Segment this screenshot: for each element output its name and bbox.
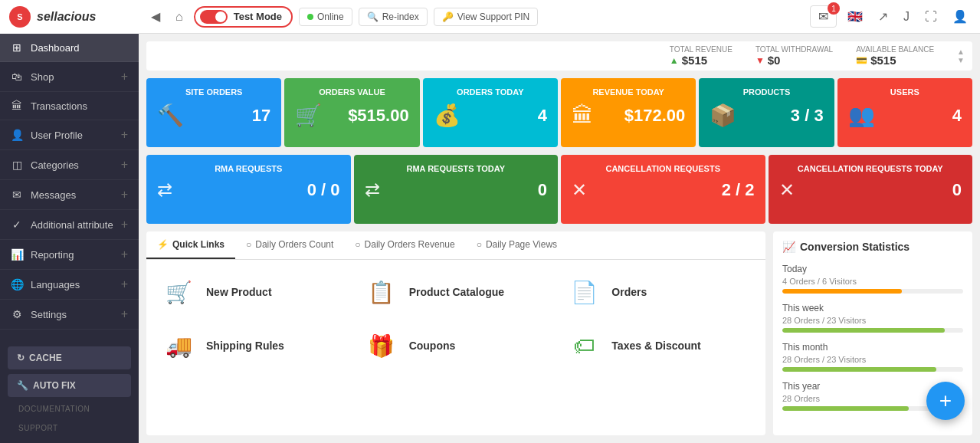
stat-card-orders-today[interactable]: ORDERS TODAY 💰 4 [423,78,558,147]
stat-card-cancellation-requests[interactable]: CANCELLATION REQUESTS ✕ 2 / 2 [561,155,765,224]
total-withdrawal-summary: TOTAL WITHDRAWAL ▼ $0 [755,45,833,67]
conversion-period: Today [782,264,963,274]
sidebar-icon-reporting: 📊 [11,248,23,261]
sidebar-label-user-profile: User Profile [31,130,83,141]
sidebar-item-additional-attribute[interactable]: ✓ Additional attribute + [0,210,139,240]
stat-card-products[interactable]: PRODUCTS 📦 3 / 3 [699,78,834,147]
fab-button[interactable]: + [926,382,965,420]
stat-card-revenue-today[interactable]: REVENUE TODAY 🏛 $172.00 [561,78,696,147]
cache-button[interactable]: ↻ CACHE [8,346,131,369]
bottom-section: ⚡ Quick Links ○ Daily Orders Count ○ Dai… [146,231,972,435]
auto-fix-button[interactable]: 🔧 AUTO FIX [8,374,131,397]
sidebar-item-reporting[interactable]: 📊 Reporting + [0,240,139,270]
stat-card-users[interactable]: USERS 👥 4 [837,78,972,147]
sidebar-item-shop[interactable]: 🛍 Shop + [0,62,139,92]
total-revenue-summary: TOTAL REVENUE ▲ $515 [670,45,733,67]
sidebar-label-shop: Shop [31,71,54,83]
quick-link-coupons[interactable]: 🎁 Coupons [360,324,552,367]
sidebar-icon-languages: 🌐 [11,278,23,290]
total-withdrawal-value: ▼ $0 [755,54,833,67]
sidebar-label-categories: Categories [31,159,79,171]
sidebar-plus-additional-attribute[interactable]: + [121,218,128,231]
tab-label-quick-links: Quick Links [172,239,225,250]
sidebar-icon-categories: ◫ [11,159,23,171]
stat-title-orders-today: ORDERS TODAY [434,87,547,97]
summary-arrows[interactable]: ▲▼ [957,48,965,64]
sidebar-icon-dashboard: ⊞ [11,41,23,54]
notifications-button[interactable]: ✉ 1 [810,5,837,28]
tab-label-daily-orders-count: Daily Orders Count [255,239,333,250]
stat-card-orders-value[interactable]: ORDERS VALUE 🛒 $515.00 [284,78,419,147]
joomla-icon[interactable]: J [899,7,914,27]
toggle-switch[interactable] [200,10,228,24]
sidebar-plus-messages[interactable]: + [121,188,128,202]
stat-icon-cancellation-requests: ✕ [572,179,587,201]
sidebar-plus-categories[interactable]: + [121,158,128,172]
quick-link-icon-orders: 📄 [565,274,602,310]
tab-icon-daily-orders-revenue: ○ [355,239,360,250]
tab-daily-orders-count[interactable]: ○ Daily Orders Count [235,231,344,259]
view-support-pin-button[interactable]: 🔑 View Support PIN [434,8,539,26]
quick-link-icon-shipping-rules: 🚚 [160,327,197,364]
stat-value-rma-requests: 0 / 0 [307,180,340,200]
tab-daily-orders-revenue[interactable]: ○ Daily Orders Revenue [344,231,465,259]
reindex-button[interactable]: 🔍 Re-index [359,8,428,26]
sidebar-item-user-profile[interactable]: 👤 User Profile + [0,120,139,150]
sidebar-plus-shop[interactable]: + [121,70,128,84]
balance-icon: 💳 [856,55,867,66]
arrow-up-icon: ▲ [670,55,679,66]
sidebar-label-dashboard: Dashboard [31,42,80,54]
sidebar-item-messages[interactable]: ✉ Messages + [0,180,139,210]
sidebar-logo: S sellacious [0,0,139,34]
stat-icon-rma-requests: ⇄ [157,179,172,201]
quick-link-taxes-discount[interactable]: 🏷 Taxes & Discount [562,324,755,367]
quick-link-new-product[interactable]: 🛒 New Product [157,271,349,313]
stat-icon-orders-today: 💰 [434,103,461,128]
test-mode-label: Test Mode [234,11,282,22]
stat-card-cancellation-requests-today[interactable]: CANCELLATION REQUESTS TODAY ✕ 0 [769,155,973,224]
stat-card-site-orders[interactable]: SITE ORDERS 🔨 17 [146,78,281,147]
conversion-fill [782,289,902,294]
stat-icon-cancellation-requests-today: ✕ [779,179,795,201]
quick-link-shipping-rules[interactable]: 🚚 Shipping Rules [157,324,349,367]
sidebar-item-languages[interactable]: 🌐 Languages + [0,270,139,300]
stat-icon-orders-value: 🛒 [295,103,322,128]
sidebar-label-reporting: Reporting [31,249,74,261]
sidebar-plus-reporting[interactable]: + [121,248,128,261]
stat-card-rma-requests-today[interactable]: RMA REQUESTS TODAY ⇄ 0 [354,155,559,224]
maximize-icon[interactable]: ⛶ [920,7,942,27]
stat-value-users: 4 [952,106,962,126]
conversion-period: This week [782,303,963,313]
quick-link-product-catalogue[interactable]: 📋 Product Catalogue [360,271,552,313]
home-button[interactable]: ⌂ [171,7,188,27]
sidebar-bottom: ↻ CACHE 🔧 AUTO FIX DOCUMENTATION SUPPORT [0,339,139,443]
conversion-row-this-month: This month 28 Orders / 23 Visitors [782,342,963,372]
quick-link-orders[interactable]: 📄 Orders [562,271,755,313]
sidebar-item-settings[interactable]: ⚙ Settings + [0,300,139,330]
conversion-bar [782,367,963,372]
quick-link-label-shipping-rules: Shipping Rules [206,340,284,352]
tab-daily-page-views[interactable]: ○ Daily Page Views [466,231,568,259]
user-icon[interactable]: 👤 [948,6,972,27]
flag-icon[interactable]: 🇬🇧 [843,6,867,27]
test-mode-toggle[interactable]: Test Mode [194,6,293,28]
sidebar-item-categories[interactable]: ◫ Categories + [0,150,139,180]
sidebar-label-settings: Settings [31,309,67,320]
back-button[interactable]: ◀ [146,6,165,27]
logo-icon: S [9,6,31,28]
conversion-value: 28 Orders / 23 Visitors [782,355,963,364]
external-link-icon[interactable]: ↗ [873,6,893,27]
stat-title-site-orders: SITE ORDERS [157,87,270,97]
sidebar-plus-user-profile[interactable]: + [121,128,128,142]
tab-quick-links[interactable]: ⚡ Quick Links [146,231,235,259]
sidebar-item-transactions[interactable]: 🏛 Transactions [0,92,139,120]
sidebar-plus-languages[interactable]: + [121,277,128,291]
sidebar-plus-settings[interactable]: + [121,307,128,321]
stat-card-rma-requests[interactable]: RMA REQUESTS ⇄ 0 / 0 [146,155,351,224]
quick-link-icon-coupons: 🎁 [363,327,400,364]
stat-title-revenue-today: REVENUE TODAY [572,87,685,97]
cache-icon: ↻ [17,353,25,363]
reindex-icon: 🔍 [367,11,379,22]
sidebar-item-dashboard[interactable]: ⊞ Dashboard [0,34,139,62]
stat-title-cancellation-requests: CANCELLATION REQUESTS [572,164,755,173]
